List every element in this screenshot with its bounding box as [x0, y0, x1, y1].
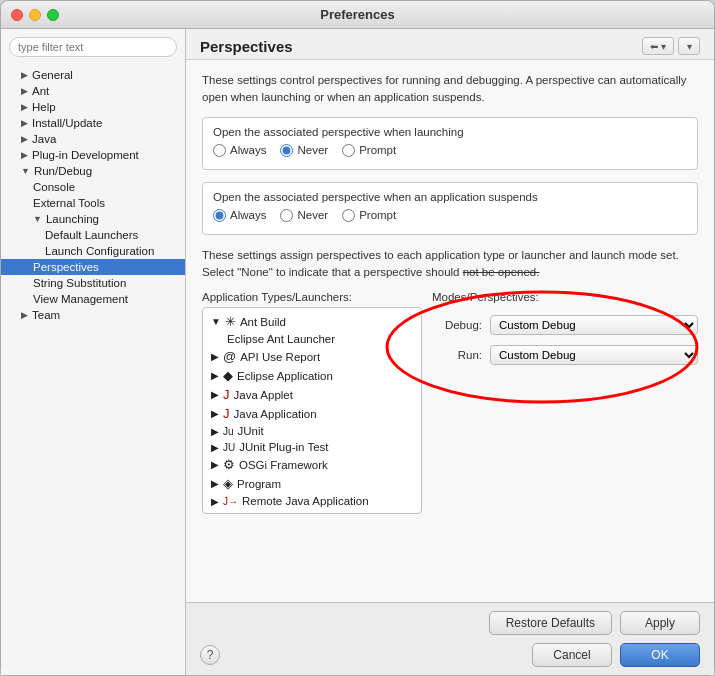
- sidebar-item-team[interactable]: ▶ Team: [1, 307, 185, 323]
- arrow-icon: ▶: [21, 310, 28, 320]
- group2-never-option[interactable]: Never: [280, 209, 328, 222]
- group1-prompt-option[interactable]: Prompt: [342, 144, 396, 157]
- app-item-junit-plugin[interactable]: ▶ JU JUnit Plug-in Test: [203, 439, 421, 455]
- app-types-panel[interactable]: ▼ ✳ Ant Build Eclipse Ant Launcher ▶ @ A…: [202, 307, 422, 514]
- cancel-button[interactable]: Cancel: [532, 643, 612, 667]
- group1-never-radio[interactable]: [280, 144, 293, 157]
- app-item-osgi[interactable]: ▶ ⚙ OSGi Framework: [203, 455, 421, 474]
- app-item-label: OSGi Framework: [239, 459, 328, 471]
- arrow-icon: ▼: [33, 214, 42, 224]
- close-button[interactable]: [11, 9, 23, 21]
- remote-java-icon: J→: [223, 496, 238, 507]
- bottom-bar: Restore Defaults Apply ? Cancel OK: [186, 602, 714, 675]
- group2-prompt-radio[interactable]: [342, 209, 355, 222]
- group2-prompt-option[interactable]: Prompt: [342, 209, 396, 222]
- description-2: These settings assign perspectives to ea…: [202, 247, 698, 282]
- arrow-icon: ▶: [21, 86, 28, 96]
- search-input[interactable]: [9, 37, 177, 57]
- sidebar-item-label: Java: [32, 133, 56, 145]
- sidebar-item-label: External Tools: [33, 197, 105, 209]
- app-item-remote-java[interactable]: ▶ J→ Remote Java Application: [203, 493, 421, 509]
- junit-icon: Ju: [223, 426, 234, 437]
- group1-prompt-radio[interactable]: [342, 144, 355, 157]
- content-area: ▶ General ▶ Ant ▶ Help ▶ Install/Update …: [1, 29, 714, 675]
- group2-always-option[interactable]: Always: [213, 209, 266, 222]
- app-item-label: Eclipse Application: [237, 370, 333, 382]
- group1-never-option[interactable]: Never: [280, 144, 328, 157]
- junit-plugin-icon: JU: [223, 442, 235, 453]
- app-types-label: Application Types/Launchers:: [202, 291, 422, 303]
- maximize-button[interactable]: [47, 9, 59, 21]
- minimize-button[interactable]: [29, 9, 41, 21]
- app-item-java-applet[interactable]: ▶ J Java Applet: [203, 385, 421, 404]
- app-item-eclipse-ant[interactable]: Eclipse Ant Launcher: [203, 331, 421, 347]
- sidebar-item-label: Perspectives: [33, 261, 99, 273]
- window-title: Preferences: [320, 7, 394, 22]
- launching-group: Open the associated perspective when lau…: [202, 117, 698, 170]
- sidebar-item-label: Run/Debug: [34, 165, 92, 177]
- app-item-java-app[interactable]: ▶ J Java Application: [203, 404, 421, 423]
- bottom-buttons-top: Restore Defaults Apply: [200, 611, 700, 635]
- titlebar: Preferences: [1, 1, 714, 29]
- sidebar-item-view-management[interactable]: View Management: [1, 291, 185, 307]
- back-forward-icon[interactable]: ⬅ ▾: [642, 37, 674, 55]
- arrow-icon: ▶: [21, 70, 28, 80]
- sidebar-item-general[interactable]: ▶ General: [1, 67, 185, 83]
- sidebar-tree: ▶ General ▶ Ant ▶ Help ▶ Install/Update …: [1, 65, 185, 675]
- app-item-label: Remote Java Application: [242, 495, 369, 507]
- apply-button[interactable]: Apply: [620, 611, 700, 635]
- help-icon[interactable]: ?: [200, 645, 220, 665]
- sidebar-item-plugin-dev[interactable]: ▶ Plug-in Development: [1, 147, 185, 163]
- suspends-group: Open the associated perspective when an …: [202, 182, 698, 235]
- osgi-icon: ⚙: [223, 457, 235, 472]
- arrow-icon: ▶: [21, 118, 28, 128]
- group1-always-radio[interactable]: [213, 144, 226, 157]
- run-mode-row: Run: Custom Debug None Debug Java: [432, 345, 698, 365]
- sidebar-item-launch-configuration[interactable]: Launch Configuration: [1, 243, 185, 259]
- app-item-junit[interactable]: ▶ Ju JUnit: [203, 423, 421, 439]
- sidebar-item-run-debug[interactable]: ▼ Run/Debug: [1, 163, 185, 179]
- description-1: These settings control perspectives for …: [202, 72, 698, 107]
- panel-body: These settings control perspectives for …: [186, 60, 714, 602]
- sidebar-item-string-substitution[interactable]: String Substitution: [1, 275, 185, 291]
- app-item-ant-build[interactable]: ▼ ✳ Ant Build: [203, 312, 421, 331]
- sidebar-item-console[interactable]: Console: [1, 179, 185, 195]
- debug-perspective-select[interactable]: Custom Debug None Debug Java: [490, 315, 698, 335]
- app-item-api-use[interactable]: ▶ @ API Use Report: [203, 347, 421, 366]
- sidebar-item-external-tools[interactable]: External Tools: [1, 195, 185, 211]
- group1-label: Open the associated perspective when lau…: [213, 126, 687, 138]
- app-item-eclipse-app[interactable]: ▶ ◆ Eclipse Application: [203, 366, 421, 385]
- sidebar-item-perspectives[interactable]: Perspectives: [1, 259, 185, 275]
- preferences-window: Preferences ▶ General ▶ Ant ▶ Help: [0, 0, 715, 676]
- sidebar-item-install-update[interactable]: ▶ Install/Update: [1, 115, 185, 131]
- restore-defaults-button[interactable]: Restore Defaults: [489, 611, 612, 635]
- sidebar-item-help[interactable]: ▶ Help: [1, 99, 185, 115]
- sidebar-item-default-launchers[interactable]: Default Launchers: [1, 227, 185, 243]
- modes-label: Modes/Perspectives:: [432, 291, 698, 303]
- menu-icon[interactable]: ▾: [678, 37, 700, 55]
- debug-label: Debug:: [432, 319, 482, 331]
- header-icons: ⬅ ▾ ▾: [642, 37, 700, 55]
- sidebar-item-label: Plug-in Development: [32, 149, 139, 161]
- run-label: Run:: [432, 349, 482, 361]
- group2-always-radio[interactable]: [213, 209, 226, 222]
- sidebar-item-ant[interactable]: ▶ Ant: [1, 83, 185, 99]
- sidebar-item-java[interactable]: ▶ Java: [1, 131, 185, 147]
- group2-never-radio[interactable]: [280, 209, 293, 222]
- app-item-program[interactable]: ▶ ◈ Program: [203, 474, 421, 493]
- arrow-icon: ▶: [21, 150, 28, 160]
- api-use-icon: @: [223, 349, 236, 364]
- ok-button[interactable]: OK: [620, 643, 700, 667]
- ant-build-icon: ✳: [225, 314, 236, 329]
- sidebar-item-launching[interactable]: ▼ Launching: [1, 211, 185, 227]
- sidebar-item-label: Ant: [32, 85, 49, 97]
- arrow-icon: ▶: [21, 134, 28, 144]
- app-item-label: API Use Report: [240, 351, 320, 363]
- run-perspective-select[interactable]: Custom Debug None Debug Java: [490, 345, 698, 365]
- program-icon: ◈: [223, 476, 233, 491]
- panel-header: Perspectives ⬅ ▾ ▾: [186, 29, 714, 60]
- group1-always-option[interactable]: Always: [213, 144, 266, 157]
- group2-radio-group: Always Never Prompt: [213, 209, 687, 222]
- arrow-icon: ▼: [21, 166, 30, 176]
- modes-inner: Debug: Custom Debug None Debug Java Run:: [432, 307, 698, 383]
